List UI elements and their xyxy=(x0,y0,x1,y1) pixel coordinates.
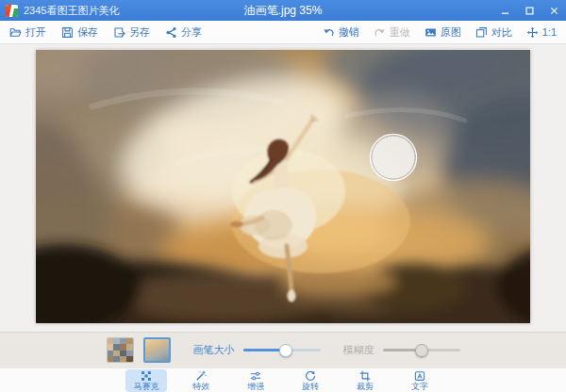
zoom-1-1-button[interactable]: 1:1 xyxy=(526,26,557,39)
undo-button[interactable]: 撤销 xyxy=(323,25,359,40)
photo-canvas[interactable] xyxy=(36,50,530,323)
open-button[interactable]: 打开 xyxy=(9,25,46,40)
redo-label: 重做 xyxy=(390,25,410,40)
compare-button[interactable]: 对比 xyxy=(475,25,512,40)
pixel-mosaic-style-thumb[interactable] xyxy=(107,337,134,363)
brush-size-label: 画笔大小 xyxy=(193,343,235,357)
brush-size-slider[interactable] xyxy=(243,349,321,351)
magic-wand-icon xyxy=(195,370,207,382)
tab-text-label: 文字 xyxy=(411,383,428,391)
share-button[interactable]: 分享 xyxy=(165,25,202,40)
text-icon xyxy=(414,370,425,382)
blur-level-control: 模糊度 xyxy=(343,343,460,357)
tab-effects[interactable]: 特效 xyxy=(180,369,222,392)
brush-smudge-preview xyxy=(145,339,169,361)
save-icon xyxy=(61,26,74,39)
tab-enhance[interactable]: 增强 xyxy=(235,369,276,392)
window-controls xyxy=(492,0,566,21)
brush-smudge-style-thumb[interactable] xyxy=(143,337,171,363)
original-label: 原图 xyxy=(441,25,461,40)
app-window: 2345看图王图片美化 油画笔.jpg 35% 打开 保存 另存 xyxy=(0,0,566,392)
blur-level-label: 模糊度 xyxy=(343,343,375,357)
brush-cursor-circle xyxy=(371,135,417,181)
tab-text[interactable]: 文字 xyxy=(399,369,441,392)
pan-icon xyxy=(526,26,539,39)
save-label: 保存 xyxy=(77,25,98,40)
zoom-ratio-label: 1:1 xyxy=(542,26,557,38)
tab-enhance-label: 增强 xyxy=(247,383,264,391)
canvas-area xyxy=(0,44,566,332)
open-label: 打开 xyxy=(25,25,46,40)
folder-open-icon xyxy=(9,26,22,39)
maximize-icon[interactable] xyxy=(517,0,541,21)
app-title: 2345看图王图片美化 xyxy=(24,4,119,18)
tab-mosaic-label: 马赛克 xyxy=(134,383,159,391)
tab-crop-label: 裁剪 xyxy=(357,383,374,391)
redo-icon xyxy=(374,26,386,39)
redo-button[interactable]: 重做 xyxy=(374,25,410,40)
original-image-button[interactable]: 原图 xyxy=(424,25,461,40)
tab-effects-label: 特效 xyxy=(192,383,209,391)
undo-icon xyxy=(323,26,335,39)
adjust-sliders-icon xyxy=(250,370,261,382)
pixel-mosaic-preview xyxy=(108,338,133,362)
tab-rotate[interactable]: 旋转 xyxy=(290,369,331,392)
blur-level-slider[interactable] xyxy=(383,349,460,351)
document-title: 油画笔.jpg 35% xyxy=(244,3,323,19)
tool-tab-bar: 马赛克 特效 增强 旋转 裁剪 文字 xyxy=(0,368,566,392)
oil-painting-artwork xyxy=(36,50,530,323)
toolbar: 打开 保存 另存 分享 撤销 重做 原图 对比 xyxy=(0,21,566,44)
share-label: 分享 xyxy=(181,25,202,40)
share-icon xyxy=(165,26,177,39)
rotate-icon xyxy=(305,370,316,382)
mosaic-icon xyxy=(141,370,152,382)
brush-size-slider-thumb[interactable] xyxy=(279,344,292,357)
app-logo-2345-icon xyxy=(6,5,18,17)
brush-size-control: 画笔大小 xyxy=(193,343,321,357)
minimize-icon[interactable] xyxy=(492,0,517,21)
save-as-button[interactable]: 另存 xyxy=(113,25,150,40)
compare-label: 对比 xyxy=(491,25,512,40)
blur-level-slider-thumb[interactable] xyxy=(415,344,428,357)
crop-icon xyxy=(359,370,371,382)
undo-label: 撤销 xyxy=(339,25,359,40)
close-icon[interactable] xyxy=(541,0,566,21)
save-as-icon xyxy=(113,26,125,39)
tab-rotate-label: 旋转 xyxy=(302,383,319,391)
tab-mosaic[interactable]: 马赛克 xyxy=(125,369,167,392)
image-icon xyxy=(424,26,437,39)
title-bar: 2345看图王图片美化 油画笔.jpg 35% xyxy=(0,0,566,21)
save-as-label: 另存 xyxy=(129,25,150,40)
mosaic-settings-panel: 画笔大小 模糊度 xyxy=(0,332,566,368)
compare-icon xyxy=(475,26,488,39)
save-button[interactable]: 保存 xyxy=(61,25,98,40)
tab-crop[interactable]: 裁剪 xyxy=(344,369,386,392)
